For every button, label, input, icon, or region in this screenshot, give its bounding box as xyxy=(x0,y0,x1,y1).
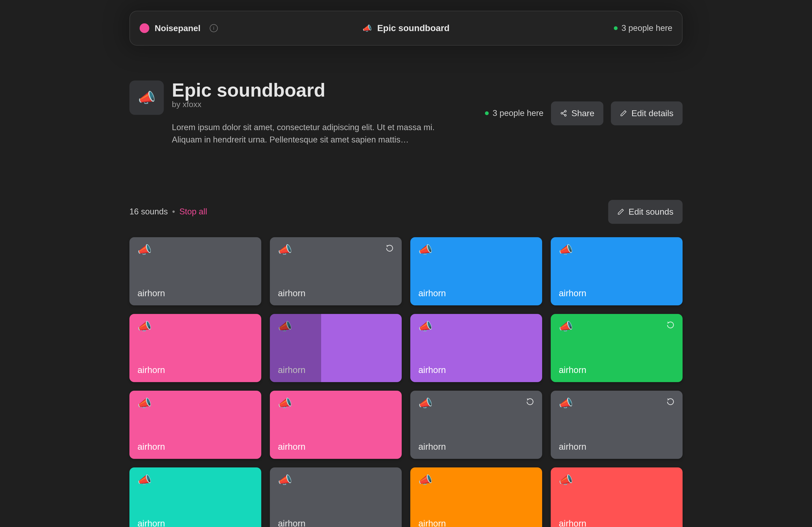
presence-indicator: 3 people here xyxy=(614,23,672,33)
edit-details-button[interactable]: Edit details xyxy=(611,102,683,125)
sound-tile[interactable]: 📣airhorn xyxy=(129,391,261,459)
sound-name: airhorn xyxy=(418,365,534,375)
sound-tile[interactable]: 📣airhorn xyxy=(410,237,542,305)
sound-tile[interactable]: 📣airhorn xyxy=(551,237,683,305)
megaphone-icon: 📣 xyxy=(137,244,151,255)
board-description: Lorem ipsum dolor sit amet, consectetur … xyxy=(172,121,448,146)
sound-tile[interactable]: 📣airhorn xyxy=(270,467,402,527)
sound-name: airhorn xyxy=(559,288,675,298)
sound-tile[interactable]: 📣airhorn xyxy=(551,314,683,382)
sound-tile[interactable]: 📣airhorn xyxy=(129,467,261,527)
megaphone-icon: 📣 xyxy=(418,321,432,332)
share-icon xyxy=(560,110,567,117)
byline: by xfoxx xyxy=(172,100,477,109)
topbar-board-name: Epic soundboard xyxy=(377,23,450,33)
board-icon: 📣 xyxy=(129,80,164,115)
sound-tile[interactable]: 📣airhorn xyxy=(270,237,402,305)
megaphone-icon: 📣 xyxy=(418,398,432,409)
megaphone-icon: 📣 xyxy=(278,321,292,332)
svg-line-3 xyxy=(563,111,564,113)
megaphone-icon: 📣 xyxy=(559,321,573,332)
sound-name: airhorn xyxy=(559,365,675,375)
presence-text: 3 people here xyxy=(621,23,672,33)
sound-name: airhorn xyxy=(137,365,253,375)
megaphone-icon: 📣 xyxy=(137,475,151,486)
megaphone-icon: 📣 xyxy=(418,244,432,255)
brand-name[interactable]: Noisepanel xyxy=(155,23,201,33)
megaphone-icon: 📣 xyxy=(278,244,292,255)
info-icon[interactable]: i xyxy=(210,24,218,32)
sound-name: airhorn xyxy=(278,442,394,452)
megaphone-icon: 📣 xyxy=(137,321,151,332)
presence-indicator: 3 people here xyxy=(485,108,543,118)
pencil-icon xyxy=(617,208,624,215)
sound-tile[interactable]: 📣airhorn xyxy=(410,467,542,527)
megaphone-icon: 📣 xyxy=(559,244,573,255)
sound-name: airhorn xyxy=(137,442,253,452)
top-bar: Noisepanel i 📣 Epic soundboard 3 people … xyxy=(129,11,683,46)
separator: • xyxy=(172,207,175,216)
sound-tile[interactable]: 📣airhorn xyxy=(129,314,261,382)
megaphone-icon: 📣 xyxy=(362,24,372,33)
svg-point-1 xyxy=(561,112,563,114)
sound-name: airhorn xyxy=(418,518,534,527)
megaphone-icon: 📣 xyxy=(137,398,151,409)
presence-dot-icon xyxy=(485,111,489,115)
sound-name: airhorn xyxy=(559,518,675,527)
sound-name: airhorn xyxy=(278,288,394,298)
sound-grid: 📣airhorn📣airhorn📣airhorn📣airhorn📣airhorn… xyxy=(129,237,683,527)
sound-name: airhorn xyxy=(137,288,253,298)
sound-name: airhorn xyxy=(137,518,253,527)
megaphone-icon: 📣 xyxy=(559,475,573,486)
loop-icon xyxy=(666,398,675,406)
share-button[interactable]: Share xyxy=(551,102,603,125)
presence-text: 3 people here xyxy=(492,108,543,118)
sound-name: airhorn xyxy=(278,518,394,527)
sound-tile[interactable]: 📣airhorn xyxy=(410,391,542,459)
sound-tile[interactable]: 📣airhorn xyxy=(551,467,683,527)
sound-name: airhorn xyxy=(418,288,534,298)
loop-icon xyxy=(526,398,534,406)
megaphone-icon: 📣 xyxy=(418,475,432,486)
megaphone-icon: 📣 xyxy=(138,90,156,106)
sound-tile[interactable]: 📣airhorn xyxy=(270,391,402,459)
svg-point-2 xyxy=(564,115,566,117)
loop-icon xyxy=(666,321,675,329)
sound-count: 16 sounds xyxy=(129,207,168,216)
svg-line-4 xyxy=(563,114,564,115)
topbar-title: 📣 Epic soundboard xyxy=(362,23,450,33)
stop-all-button[interactable]: Stop all xyxy=(179,207,207,216)
megaphone-icon: 📣 xyxy=(278,398,292,409)
edit-sounds-button[interactable]: Edit sounds xyxy=(608,200,683,224)
megaphone-icon: 📣 xyxy=(278,475,292,486)
sound-tile[interactable]: 📣airhorn xyxy=(410,314,542,382)
page-title: Epic soundboard xyxy=(172,80,477,100)
presence-dot-icon xyxy=(614,26,618,30)
megaphone-icon: 📣 xyxy=(559,398,573,409)
sound-name: airhorn xyxy=(278,365,394,375)
sound-name: airhorn xyxy=(559,442,675,452)
sound-tile[interactable]: 📣airhorn xyxy=(129,237,261,305)
sound-tile[interactable]: 📣airhorn xyxy=(551,391,683,459)
pencil-icon xyxy=(620,110,627,117)
author-link[interactable]: xfoxx xyxy=(183,100,201,109)
svg-point-0 xyxy=(564,110,566,112)
brand-logo[interactable] xyxy=(140,23,149,33)
loop-icon xyxy=(386,244,394,252)
sound-tile[interactable]: 📣airhorn xyxy=(270,314,402,382)
sound-name: airhorn xyxy=(418,442,534,452)
